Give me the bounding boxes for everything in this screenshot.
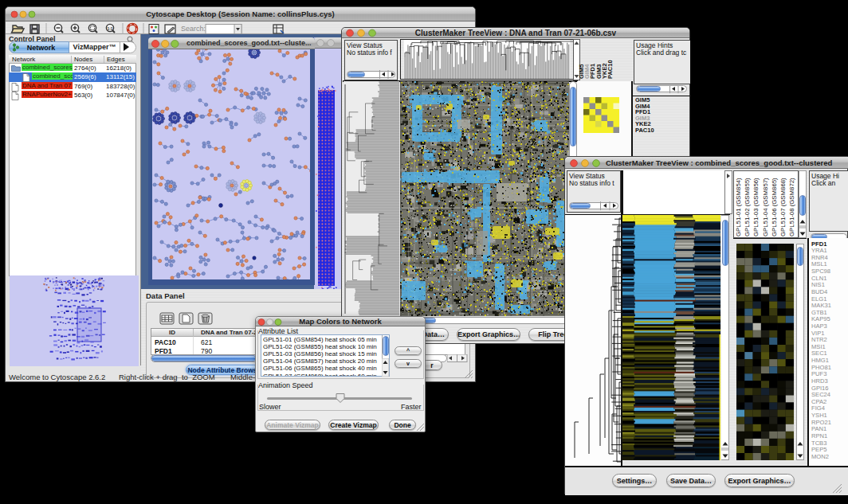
svg-text:GPL51-07 (GSM868): GPL51-07 (GSM868) [779,178,787,236]
svg-text:MON2: MON2 [811,453,829,460]
svg-text:HMG1: HMG1 [811,357,829,364]
svg-text:RNR4: RNR4 [811,254,828,261]
svg-text:BUD4: BUD4 [811,288,827,295]
svg-text:SEC24: SEC24 [811,391,830,398]
svg-text:GPL51-04 (GSM857): GPL51-04 (GSM857) [762,178,769,236]
svg-text:Search:: Search: [181,25,206,33]
svg-text:1:1: 1:1 [107,26,112,31]
svg-text:GPL51-06 (GSM865): GPL51-06 (GSM865) [771,178,778,236]
svg-text:PAN1: PAN1 [811,425,826,432]
svg-text:GPL51-02 (GSM855): GPL51-02 (GSM855) [744,178,751,236]
svg-text:GPL51-01 (GSM854): GPL51-01 (GSM854) [735,178,742,236]
svg-text:PAC10: PAC10 [607,60,614,79]
svg-text:GPL51-08 (GSM872): GPL51-08 (GSM872) [788,178,795,236]
svg-text:GPL51-03 (GSM856): GPL51-03 (GSM856) [752,178,760,236]
svg-text:HAP3: HAP3 [811,322,827,330]
